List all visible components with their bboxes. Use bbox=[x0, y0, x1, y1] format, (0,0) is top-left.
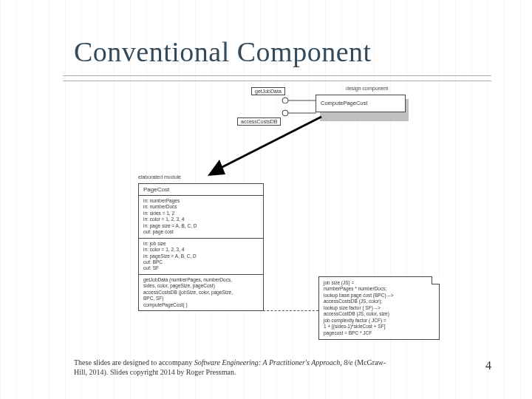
title-divider bbox=[63, 75, 491, 81]
elaborated-name: PageCost bbox=[139, 184, 263, 196]
elaborated-stereotype: elaborated module bbox=[138, 174, 181, 180]
line: in: numberPages bbox=[143, 198, 259, 204]
line: in: sides = 1, 2 bbox=[143, 211, 259, 216]
line: accessCostsDB (jobSize, color, pageSize, bbox=[143, 290, 259, 296]
footer-b: Software Engineering: A Practitioner's A… bbox=[194, 358, 353, 366]
footer-text: These slides are designed to accompany S… bbox=[74, 358, 399, 377]
elaborated-sec1: in: numberPages in: numberDocs in: sides… bbox=[139, 196, 263, 239]
lollipop-1 bbox=[281, 93, 318, 103]
line: out: SF bbox=[143, 265, 259, 271]
line: job complexity factor ( JCF) = bbox=[324, 318, 434, 324]
slide-title: Conventional Component bbox=[74, 35, 372, 68]
elaboration-arrow bbox=[203, 114, 329, 180]
line: pagecost = BPC * JCF bbox=[324, 330, 434, 336]
elaborated-sec2: in: job size in: color = 1, 2, 3, 4 in: … bbox=[139, 239, 263, 275]
line: job size (JS) = bbox=[324, 280, 434, 286]
line: numberPages * numberDocs; bbox=[324, 286, 434, 292]
line: accessCostsDB (JS, color); bbox=[324, 299, 434, 304]
pseudocode-note: job size (JS) = numberPages * numberDocs… bbox=[318, 276, 440, 340]
line: out: BPC bbox=[143, 259, 259, 265]
elaborated-module: PageCost in: numberPages in: numberDocs … bbox=[138, 183, 264, 311]
page-number: 4 bbox=[485, 359, 491, 372]
line: out: page cost bbox=[143, 229, 259, 235]
line: in: color = 1, 2, 3, 4 bbox=[143, 247, 259, 253]
component-box: ComputePageCost bbox=[316, 95, 406, 112]
line: sides, color, pageSize, pageCost) bbox=[143, 283, 259, 289]
line: BPC, SF) bbox=[143, 296, 259, 301]
line: lookup size factor ( SF) --> bbox=[324, 305, 434, 311]
line: lookup base page cost (BPC) --> bbox=[324, 293, 434, 299]
svg-line-4 bbox=[219, 117, 321, 168]
elaborated-sec3: getJobData (numberPages, numberDocs, sid… bbox=[139, 275, 263, 310]
line: computePageCost( ) bbox=[143, 302, 259, 308]
svg-point-1 bbox=[282, 98, 288, 103]
line: in: numberDocs bbox=[143, 204, 259, 210]
line: in: pageSize = A, B, C, D bbox=[143, 253, 259, 259]
footer-a: These slides are designed to accompany bbox=[74, 358, 194, 366]
line: 1 + [(sides-1)*sideCost + SF] bbox=[324, 324, 434, 330]
component-stereotype: design component bbox=[346, 86, 388, 91]
interface-getjobdata: getJobData bbox=[251, 87, 285, 95]
note-connector bbox=[263, 310, 318, 311]
diagram-area: design component ComputePageCost getJobD… bbox=[122, 89, 480, 355]
line: in: page size = A, B, C, D bbox=[143, 223, 259, 229]
note-fold-icon bbox=[432, 276, 440, 284]
line: in: color = 1, 2, 3, 4 bbox=[143, 216, 259, 222]
line: in: job size bbox=[143, 241, 259, 247]
line: getJobData (numberPages, numberDocs, bbox=[143, 277, 259, 283]
svg-marker-5 bbox=[208, 160, 225, 176]
line: accessCostDB (JS, color, size) bbox=[324, 311, 434, 317]
